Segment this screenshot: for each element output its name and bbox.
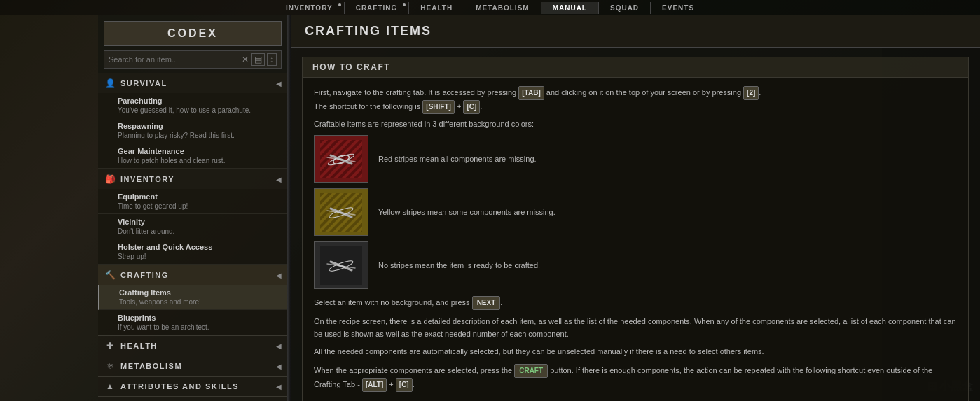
health-icon: ✚ — [104, 339, 116, 352]
color-example-yellow: Yellow stripes mean some components are … — [314, 188, 957, 236]
nav-events[interactable]: EVENTS — [650, 2, 705, 14]
list-item-gear-maintenance-desc: How to patch holes and clean rust. — [118, 157, 282, 164]
item-svg-none — [320, 246, 362, 285]
item-preview-yellow — [314, 188, 368, 236]
search-bar[interactable]: ✕ ▤ ↕ — [104, 50, 282, 69]
next-key-badge: NEXT — [472, 296, 501, 310]
craft-key-badge: CRAFT — [514, 364, 548, 378]
color-desc-red: Red stripes mean all components are miss… — [378, 155, 537, 163]
list-item-equipment-desc: Time to get geared up! — [118, 202, 282, 210]
nav-manual[interactable]: MANUAL — [541, 2, 598, 14]
metabolism-icon: ⚛ — [104, 360, 116, 372]
list-item-respawning-title: Respawning — [118, 122, 282, 130]
filter-icon[interactable]: ▤ — [251, 53, 265, 66]
section-survival[interactable]: 👤 SURVIVAL ◀ — [98, 73, 287, 93]
nav-inventory[interactable]: INVENTORY — [275, 2, 344, 14]
list-item-crafting-items-desc: Tools, weapons and more! — [119, 298, 282, 306]
main-content: CRAFTING ITEMS HOW TO CRAFT First, navig… — [291, 15, 980, 401]
list-item-parachuting[interactable]: Parachuting You've guessed it, how to us… — [98, 93, 287, 118]
shift-key-badge: [SHIFT] — [422, 100, 455, 114]
list-item-respawning[interactable]: Respawning Planning to play risky? Read … — [98, 118, 287, 143]
crafting-icon: 🔨 — [104, 269, 116, 281]
nav-crafting-dot — [403, 3, 406, 6]
survival-arrow: ◀ — [276, 80, 282, 87]
list-item-gear-maintenance[interactable]: Gear Maintenance How to patch holes and … — [98, 143, 287, 169]
key2-badge: [2] — [743, 86, 759, 100]
craft-text: When the appropriate components are sele… — [314, 364, 957, 392]
codex-header: CODEX — [104, 21, 282, 46]
attributes-icon: ▲ — [104, 380, 116, 393]
tab-key-badge: [TAB] — [518, 86, 544, 100]
crafting-arrow: ◀ — [276, 272, 282, 279]
search-input[interactable] — [109, 55, 239, 64]
list-item-blueprints-title: Blueprints — [118, 314, 282, 322]
auto-text: All the needed components are automatica… — [314, 346, 957, 358]
list-item-vicinity-title: Vicinity — [118, 218, 282, 226]
list-item-holster-title: Holster and Quick Access — [118, 243, 282, 251]
recipe-text: On the recipe screen, there is a detaile… — [314, 316, 957, 340]
item-preview-red — [314, 135, 368, 183]
section-inventory-label: INVENTORY — [120, 175, 276, 183]
craftable-label: Craftable items are represented in 3 dif… — [314, 120, 957, 128]
list-item-holster[interactable]: Holster and Quick Access Strap up! — [98, 239, 287, 265]
content-header: CRAFTING ITEMS — [291, 15, 980, 48]
color-example-none: No stripes mean the item is ready to be … — [314, 241, 957, 289]
search-icon-group: ▤ ↕ — [251, 53, 277, 66]
how-to-craft-section: HOW TO CRAFT First, navigate to the craf… — [302, 57, 969, 401]
c-key2-badge: [C] — [396, 378, 413, 392]
how-to-craft-header: HOW TO CRAFT — [303, 57, 968, 78]
section-attributes-label: ATTRIBUTES AND SKILLS — [120, 382, 276, 391]
item-svg-yellow — [320, 193, 362, 232]
metabolism-arrow: ◀ — [276, 363, 282, 370]
list-item-equipment[interactable]: Equipment Time to get geared up! — [98, 189, 287, 214]
item-preview-none — [314, 241, 368, 289]
section-inventory[interactable]: 🎒 INVENTORY ◀ — [98, 169, 287, 189]
nav-squad[interactable]: SQUAD — [598, 2, 650, 14]
color-example-red: Red stripes mean all components are miss… — [314, 135, 957, 183]
section-crafting[interactable]: 🔨 CRAFTING ◀ — [98, 265, 287, 285]
list-item-parachuting-desc: You've guessed it, how to use a parachut… — [118, 106, 282, 114]
list-item-holster-desc: Strap up! — [118, 253, 282, 260]
list-item-blueprints-desc: If you want to be an architect. — [118, 323, 282, 331]
inventory-arrow: ◀ — [276, 176, 282, 183]
list-item-crafting-items[interactable]: Crafting Items Tools, weapons and more! — [98, 285, 287, 310]
list-item-vicinity[interactable]: Vicinity Don't litter around. — [98, 214, 287, 239]
c-key-badge: [C] — [463, 100, 480, 114]
item-svg-red — [320, 140, 362, 178]
section-minigames[interactable]: 🎮 MINIGAMES ◀ — [98, 396, 287, 401]
attributes-arrow: ◀ — [276, 383, 282, 391]
health-arrow: ◀ — [276, 342, 282, 350]
content-title: CRAFTING ITEMS — [305, 24, 966, 38]
nav-health[interactable]: HEALTH — [408, 2, 464, 14]
section-health[interactable]: ✚ HEALTH ◀ — [98, 335, 287, 356]
section-attributes[interactable]: ▲ ATTRIBUTES AND SKILLS ◀ — [98, 376, 287, 396]
inventory-icon: 🎒 — [104, 173, 116, 185]
alt-key-badge: [ALT] — [362, 378, 387, 392]
color-desc-none: No stripes mean the item is ready to be … — [378, 261, 540, 269]
survival-icon: 👤 — [104, 77, 116, 90]
nav-crafting[interactable]: CRAFTING — [344, 2, 409, 14]
sort-icon[interactable]: ↕ — [267, 53, 277, 66]
select-text: Select an item with no background, and p… — [314, 296, 957, 310]
left-panel — [0, 15, 98, 401]
color-examples: Red stripes mean all components are miss… — [314, 135, 957, 289]
search-clear-button[interactable]: ✕ — [242, 55, 249, 64]
color-desc-yellow: Yellow stripes mean some components are … — [378, 208, 555, 216]
section-crafting-label: CRAFTING — [120, 271, 276, 279]
list-item-parachuting-title: Parachuting — [118, 97, 282, 105]
list-item-equipment-title: Equipment — [118, 192, 282, 201]
nav-metabolism[interactable]: METABOLISM — [464, 2, 540, 14]
sidebar: CODEX ✕ ▤ ↕ 👤 SURVIVAL ◀ Parachuting You… — [98, 15, 287, 401]
section-health-label: HEALTH — [120, 342, 276, 350]
sidebar-divider — [287, 15, 291, 401]
list-item-crafting-items-title: Crafting Items — [119, 288, 282, 297]
content-body: First, navigate to the crafting tab. It … — [303, 78, 968, 401]
top-nav: INVENTORY CRAFTING HEALTH METABOLISM MAN… — [0, 0, 980, 15]
list-item-respawning-desc: Planning to play risky? Read this first. — [118, 132, 282, 139]
section-survival-label: SURVIVAL — [120, 79, 276, 87]
list-item-vicinity-desc: Don't litter around. — [118, 227, 282, 235]
section-metabolism-label: METABOLISM — [120, 362, 276, 370]
list-item-blueprints[interactable]: Blueprints If you want to be an architec… — [98, 310, 287, 335]
codex-title: CODEX — [104, 27, 281, 40]
section-metabolism[interactable]: ⚛ METABOLISM ◀ — [98, 356, 287, 376]
